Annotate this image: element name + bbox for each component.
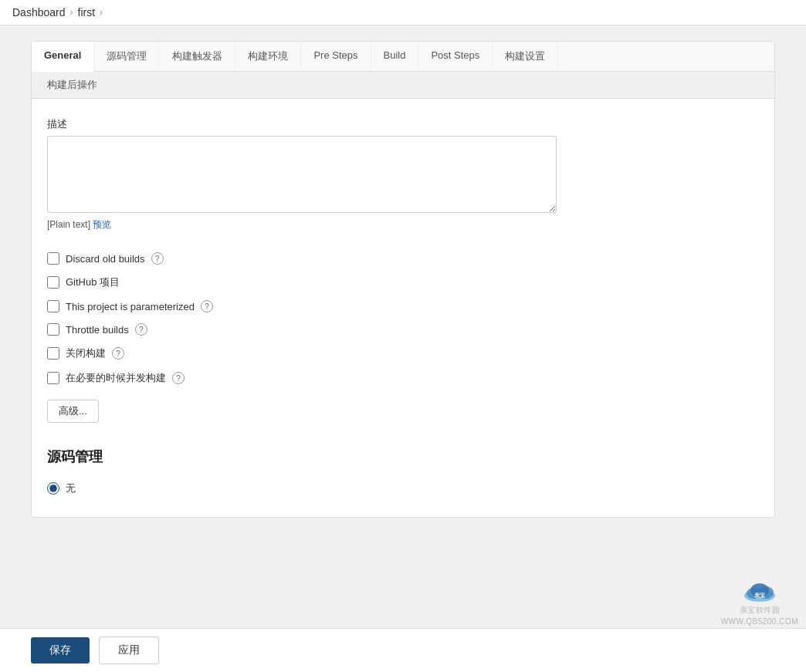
description-textarea[interactable] bbox=[47, 136, 557, 213]
disable-build-label[interactable]: 关闭构建 bbox=[66, 346, 106, 360]
scm-none-label[interactable]: 无 bbox=[66, 481, 76, 495]
breadcrumb-bar: Dashboard › first › bbox=[0, 0, 806, 25]
checkbox-row-disable-build: 关闭构建 ? bbox=[47, 341, 759, 366]
source-section-title: 源码管理 bbox=[47, 447, 759, 466]
checkbox-row-github: GitHub 项目 bbox=[47, 270, 759, 295]
throttle-builds-label[interactable]: Throttle builds bbox=[66, 324, 129, 336]
plain-text-hint: [Plain text] bbox=[47, 219, 90, 230]
scm-none-radio[interactable] bbox=[47, 482, 59, 495]
radio-row-none: 无 bbox=[47, 478, 759, 498]
config-card: General 源码管理 构建触发器 构建环境 Pre Steps Build … bbox=[31, 41, 775, 518]
discard-old-builds-help-icon[interactable]: ? bbox=[151, 252, 164, 265]
github-project-checkbox[interactable] bbox=[47, 276, 59, 289]
checkbox-row-throttle: Throttle builds ? bbox=[47, 318, 759, 341]
description-label: 描述 bbox=[47, 117, 759, 131]
tab-bar: General 源码管理 构建触发器 构建环境 Pre Steps Build … bbox=[32, 42, 774, 72]
tab-build[interactable]: Build bbox=[371, 42, 419, 71]
breadcrumb-first[interactable]: first bbox=[78, 6, 96, 19]
parameterized-help-icon[interactable]: ? bbox=[201, 300, 213, 312]
description-hint: [Plain text] 预览 bbox=[47, 218, 759, 231]
breadcrumb-dashboard[interactable]: Dashboard bbox=[12, 6, 66, 19]
checkbox-row-concurrent: 在必要的时候并发构建 ? bbox=[47, 366, 759, 390]
discard-old-builds-checkbox[interactable] bbox=[47, 252, 59, 265]
parameterized-label[interactable]: This project is parameterized bbox=[66, 301, 195, 312]
tab-post-steps[interactable]: Post Steps bbox=[418, 42, 493, 71]
breadcrumb-sep-1: › bbox=[70, 7, 73, 18]
tab-build-env[interactable]: 构建环境 bbox=[235, 42, 301, 71]
github-project-label[interactable]: GitHub 项目 bbox=[66, 275, 120, 289]
parameterized-checkbox[interactable] bbox=[47, 300, 59, 312]
disable-build-checkbox[interactable] bbox=[47, 347, 59, 360]
tab-pre-steps[interactable]: Pre Steps bbox=[301, 42, 371, 71]
section-header: 构建后操作 bbox=[32, 72, 774, 99]
throttle-builds-help-icon[interactable]: ? bbox=[135, 323, 147, 336]
checkboxes-section: Discard old builds ? GitHub 项目 This proj… bbox=[47, 247, 759, 390]
tab-build-trigger[interactable]: 构建触发器 bbox=[160, 42, 235, 71]
concurrent-build-checkbox[interactable] bbox=[47, 372, 59, 384]
tab-source-mgmt[interactable]: 源码管理 bbox=[94, 42, 160, 71]
form-body: 描述 [Plain text] 预览 Discard old builds ? … bbox=[32, 99, 774, 517]
tab-general[interactable]: General bbox=[32, 42, 94, 72]
tab-build-settings[interactable]: 构建设置 bbox=[493, 42, 558, 71]
preview-link[interactable]: 预览 bbox=[93, 219, 111, 230]
concurrent-build-help-icon[interactable]: ? bbox=[172, 372, 185, 384]
checkbox-row-parameterized: This project is parameterized ? bbox=[47, 295, 759, 318]
checkbox-row-discard: Discard old builds ? bbox=[47, 247, 759, 270]
concurrent-build-label[interactable]: 在必要的时候并发构建 bbox=[66, 371, 166, 385]
advanced-button[interactable]: 高级... bbox=[47, 400, 99, 423]
discard-old-builds-label[interactable]: Discard old builds bbox=[66, 253, 145, 265]
throttle-builds-checkbox[interactable] bbox=[47, 323, 59, 336]
breadcrumb-sep-2: › bbox=[100, 7, 103, 18]
main-content: General 源码管理 构建触发器 构建环境 Pre Steps Build … bbox=[0, 25, 806, 533]
disable-build-help-icon[interactable]: ? bbox=[112, 347, 124, 360]
